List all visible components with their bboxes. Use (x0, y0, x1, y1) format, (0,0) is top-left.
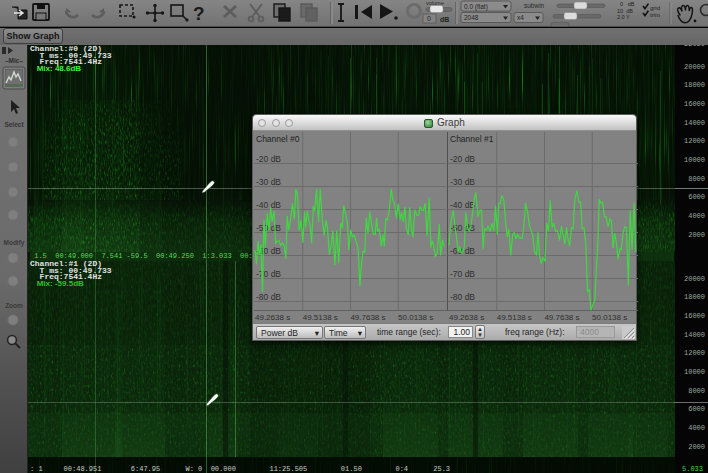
svg-text:0.0 (flat): 0.0 (flat) (464, 3, 488, 11)
svg-text:-40 dB: -40 dB (256, 200, 281, 210)
svg-text:?: ? (193, 3, 205, 24)
svg-text:grid: grid (650, 5, 660, 11)
svg-text:49.2638 s: 49.2638 s (449, 313, 484, 322)
svg-text:trim: trim (650, 12, 660, 18)
svg-text:-70 dB: -70 dB (450, 269, 475, 279)
svg-text:50.0138 s: 50.0138 s (398, 313, 433, 322)
svg-text:Zoom: Zoom (5, 302, 23, 309)
svg-text:0 dB: 0 dB (620, 1, 635, 7)
svg-text:49.7638 s: 49.7638 s (544, 313, 579, 322)
svg-text:Modify: Modify (4, 239, 25, 247)
svg-text:Channel #0: Channel #0 (256, 134, 300, 144)
svg-text:0: 0 (427, 15, 431, 22)
svg-text:volume: volume (426, 0, 444, 6)
svg-text:-70 dB: -70 dB (256, 269, 281, 279)
svg-text:-30 dB: -30 dB (450, 177, 475, 187)
svg-text:2048: 2048 (464, 14, 479, 21)
svg-text:49.2638 s: 49.2638 s (255, 313, 290, 322)
svg-text:-20 dB: -20 dB (450, 154, 475, 164)
svg-text:-80 dB: -80 dB (256, 292, 281, 302)
svg-text:dB: dB (440, 16, 449, 23)
svg-text:-40 dB: -40 dB (450, 200, 475, 210)
svg-text:10 dB: 10 dB (617, 8, 633, 14)
svg-text:subwin: subwin (524, 2, 545, 9)
svg-text:-20 dB: -20 dB (256, 154, 281, 164)
svg-text:2.0 Y: 2.0 Y (617, 14, 630, 20)
svg-text:x4: x4 (517, 14, 524, 21)
svg-text:50.0138 s: 50.0138 s (592, 313, 627, 322)
svg-text:-30 dB: -30 dB (256, 177, 281, 187)
svg-text:Channel #1: Channel #1 (450, 134, 494, 144)
svg-text:-80 dB: -80 dB (450, 292, 475, 302)
svg-text:Select: Select (4, 121, 24, 128)
svg-text:49.5138 s: 49.5138 s (303, 313, 338, 322)
svg-text:49.7638 s: 49.7638 s (350, 313, 385, 322)
svg-text:–Mic–: –Mic– (5, 57, 23, 64)
svg-text:49.5138 s: 49.5138 s (497, 313, 532, 322)
